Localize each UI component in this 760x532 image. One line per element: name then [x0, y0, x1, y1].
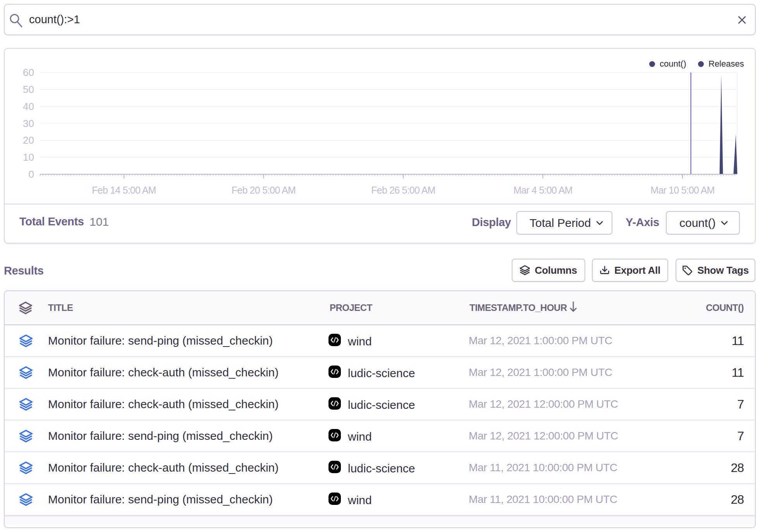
svg-text:0: 0 — [29, 168, 34, 180]
svg-text:Feb 14 5:00 AM: Feb 14 5:00 AM — [92, 185, 156, 196]
svg-text:50: 50 — [23, 84, 34, 95]
svg-text:Feb 26 5:00 AM: Feb 26 5:00 AM — [371, 185, 435, 196]
svg-text:Mar 4 5:00 AM: Mar 4 5:00 AM — [513, 185, 572, 196]
svg-text:10: 10 — [23, 151, 34, 163]
svg-text:20: 20 — [23, 134, 34, 146]
svg-text:60: 60 — [23, 67, 34, 78]
svg-text:Mar 10 5:00 AM: Mar 10 5:00 AM — [650, 185, 714, 196]
svg-text:40: 40 — [23, 101, 34, 112]
svg-text:Feb 20 5:00 AM: Feb 20 5:00 AM — [232, 185, 296, 196]
svg-text:30: 30 — [23, 118, 34, 129]
